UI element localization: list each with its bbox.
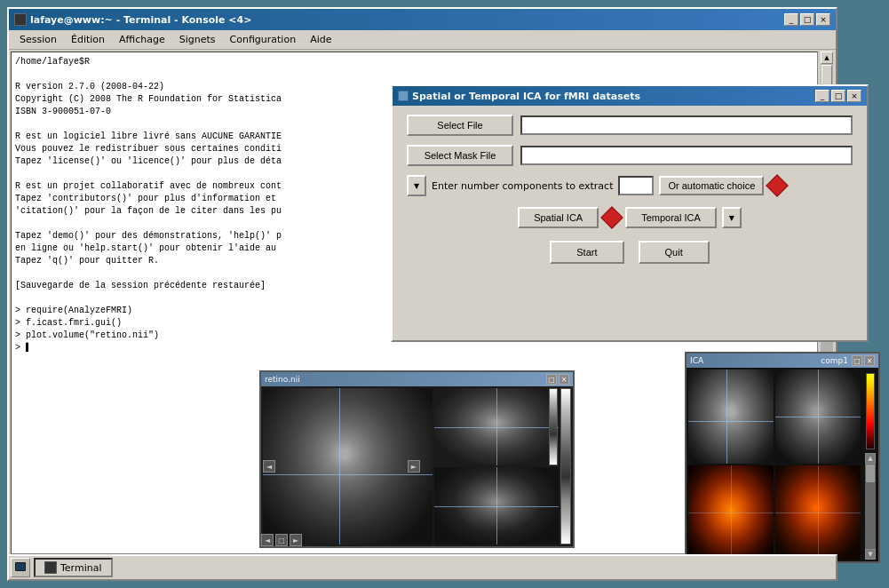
ica-window-controls: _ □ ×	[815, 90, 861, 102]
spatial-ica-button[interactable]: Spatial ICA	[518, 207, 599, 228]
ica-crosshair-v-tr	[818, 369, 819, 464]
taskbar: Terminal	[7, 554, 837, 581]
taskbar-app-icon	[11, 558, 30, 577]
ica-scan-title: ICA	[690, 356, 703, 365]
auto-choice-button[interactable]: Or automatic choice	[659, 176, 764, 195]
nav-btn-bottom-left[interactable]: ◄	[261, 534, 274, 546]
ica-title-text: Spatial or Temporal ICA for fMRI dataset…	[412, 91, 640, 102]
ica-crosshair-v-tl	[726, 369, 727, 464]
select-file-row: Select File	[407, 115, 853, 136]
ica-crosshair-v-bl	[731, 465, 732, 560]
ica-maximize-btn[interactable]: □	[831, 90, 845, 102]
mri-scale-main	[560, 388, 571, 544]
mri-scan-controls: □ ×	[546, 374, 569, 385]
ica-title-icon	[398, 91, 409, 101]
menu-session[interactable]: Session	[12, 32, 64, 47]
ica-scan-maximize-btn[interactable]: □	[852, 355, 862, 366]
menu-aide[interactable]: Aide	[303, 32, 338, 47]
crosshair-h-left	[263, 474, 433, 475]
terminal-window-controls: _ □ ×	[784, 13, 830, 26]
ica-scan-controls: □ ×	[852, 355, 875, 366]
mri-panel-left: ◄ ►	[263, 388, 433, 544]
terminal-minimize-btn[interactable]: _	[784, 13, 798, 26]
ica-scroll-down-btn[interactable]: ▼	[865, 549, 876, 560]
terminal-title-text: lafaye@www:~ - Terminal - Konsole <4>	[30, 14, 251, 26]
action-row: Start Quit	[407, 241, 853, 264]
mri-panel-right	[434, 388, 559, 544]
ica-content: Select File Select Mask File ▼ Enter num…	[393, 106, 867, 273]
nav-btn-left[interactable]: ◄	[263, 460, 275, 473]
ica-scan-subtitle: comp1	[821, 356, 848, 365]
ica-panel-tr	[775, 369, 861, 464]
spatial-ica-diamond-icon[interactable]	[600, 206, 623, 228]
terminal-app-icon	[14, 13, 27, 26]
terminal-title: lafaye@www:~ - Terminal - Konsole <4>	[14, 13, 251, 26]
mri-scan-close-btn[interactable]: ×	[559, 374, 569, 385]
ica-colorbar	[866, 373, 875, 449]
nav-btn-right[interactable]: ►	[408, 460, 420, 473]
mri-scan-titlebar: retino.nii □ ×	[261, 372, 573, 386]
ica-scan-titlebar: ICA comp1 □ ×	[687, 354, 878, 368]
ica-type-row: Spatial ICA Temporal ICA ▼	[407, 207, 853, 228]
select-mask-button[interactable]: Select Mask File	[407, 145, 513, 166]
temporal-ica-dropdown-btn[interactable]: ▼	[722, 207, 742, 228]
ica-minimize-btn[interactable]: _	[815, 90, 829, 102]
mri-panel-br	[434, 467, 559, 544]
ica-scan-content: ▲ ▼	[687, 368, 878, 561]
ica-dialog: Spatial or Temporal ICA for fMRI dataset…	[391, 84, 869, 342]
menu-edition[interactable]: Édition	[64, 32, 112, 47]
mri-scan-window: retino.nii □ × ◄ ►	[259, 370, 575, 548]
components-dropdown-btn[interactable]: ▼	[407, 175, 426, 196]
svg-rect-1	[16, 563, 25, 570]
ica-crosshair-v-br	[818, 465, 819, 560]
crosshair-v-tr	[496, 388, 497, 465]
select-mask-row: Select Mask File	[407, 145, 853, 166]
start-button[interactable]: Start	[550, 241, 623, 264]
scroll-up-btn[interactable]: ▲	[821, 52, 833, 64]
temporal-ica-button[interactable]: Temporal ICA	[625, 207, 717, 228]
ica-close-btn[interactable]: ×	[847, 90, 861, 102]
components-row: ▼ Enter number components to extract Or …	[407, 175, 853, 196]
terminal-menubar: Session Édition Affichage Signets Config…	[9, 30, 836, 50]
quit-button[interactable]: Quit	[639, 241, 710, 264]
components-number-input[interactable]	[618, 176, 654, 195]
ica-scrollbar[interactable]: ▲ ▼	[865, 453, 876, 560]
nav-btn-bottom-right[interactable]: ►	[290, 534, 302, 546]
ica-titlebar: Spatial or Temporal ICA for fMRI dataset…	[393, 86, 867, 106]
auto-choice-diamond-icon[interactable]	[766, 174, 789, 196]
mri-scan-maximize-btn[interactable]: □	[546, 374, 557, 385]
crosshair-v-br	[496, 467, 497, 544]
nav-btn-bottom-mid[interactable]: □	[275, 534, 288, 546]
menu-configuration[interactable]: Configuration	[223, 32, 304, 47]
crosshair-v-left	[339, 388, 340, 544]
ica-panel-bl	[688, 465, 774, 560]
menu-affichage[interactable]: Affichage	[112, 32, 172, 47]
taskbar-terminal-button[interactable]: Terminal	[34, 558, 113, 577]
ica-title: Spatial or Temporal ICA for fMRI dataset…	[398, 91, 640, 102]
terminal-close-btn[interactable]: ×	[816, 13, 830, 26]
ica-panel-tl	[688, 369, 774, 464]
select-mask-input[interactable]	[520, 146, 853, 165]
terminal-titlebar: lafaye@www:~ - Terminal - Konsole <4> _ …	[9, 9, 836, 30]
terminal-maximize-btn[interactable]: □	[800, 13, 814, 26]
menu-signets[interactable]: Signets	[172, 32, 223, 47]
mri-scan-content: ◄ ► ◄ □ ►	[261, 386, 573, 546]
ica-scroll-up-btn[interactable]: ▲	[865, 453, 876, 464]
ica-right-panel: ▲ ▼	[862, 368, 878, 561]
ica-scan-close-btn[interactable]: ×	[864, 355, 875, 366]
ica-crosshair-h-tl	[688, 421, 774, 422]
ica-heat-grid	[687, 368, 862, 561]
mri-scale-tr	[549, 388, 558, 465]
select-file-button[interactable]: Select File	[407, 115, 513, 136]
taskbar-terminal-icon	[44, 561, 57, 574]
ica-panel-br	[775, 465, 861, 560]
ica-scan-window: ICA comp1 □ ×	[685, 352, 880, 563]
components-label: Enter number components to extract	[432, 180, 613, 192]
select-file-input[interactable]	[520, 115, 853, 135]
mri-panel-tr	[434, 388, 559, 465]
taskbar-terminal-label: Terminal	[60, 562, 102, 574]
ica-scroll-track	[865, 464, 876, 549]
ica-scroll-thumb[interactable]	[866, 465, 875, 482]
mri-scan-title: retino.nii	[265, 375, 300, 384]
